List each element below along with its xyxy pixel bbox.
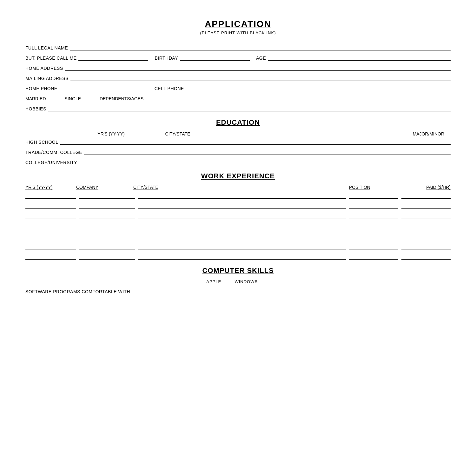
work-row4-company[interactable] <box>79 223 135 229</box>
computer-sub-label: APPLE ____ WINDOWS ____ <box>25 279 451 284</box>
education-title: EDUCATION <box>25 118 451 127</box>
work-row2-yrs[interactable] <box>25 203 76 209</box>
full-legal-name-field[interactable] <box>70 45 451 50</box>
work-row-1 <box>25 193 451 199</box>
work-experience-section: WORK EXPERIENCE YR'S (YY-YY) COMPANY CIT… <box>25 172 451 260</box>
work-row7-company[interactable] <box>79 254 135 260</box>
work-row5-position[interactable] <box>349 234 398 239</box>
married-field[interactable] <box>48 96 62 101</box>
home-phone-label: HOME PHONE <box>25 86 57 91</box>
work-row1-paid[interactable] <box>401 193 451 199</box>
work-row1-yrs[interactable] <box>25 193 76 199</box>
work-row2-position[interactable] <box>349 203 398 209</box>
work-row7-yrs[interactable] <box>25 254 76 260</box>
work-row5-yrs[interactable] <box>25 234 76 239</box>
work-row3-company[interactable] <box>79 213 135 219</box>
university-label: COLLEGE/UNIVERSITY <box>25 160 77 165</box>
work-row4-paid[interactable] <box>401 223 451 229</box>
work-row-2 <box>25 203 451 209</box>
university-row: COLLEGE/UNIVERSITY <box>25 159 451 165</box>
work-row4-yrs[interactable] <box>25 223 76 229</box>
work-row3-position[interactable] <box>349 213 398 219</box>
full-legal-name-label: FULL LEGAL NAME <box>25 45 68 50</box>
work-row4-position[interactable] <box>349 223 398 229</box>
home-address-row: HOME ADDRESS <box>25 65 451 71</box>
page-container: APPLICATION (PLEASE PRINT WITH BLACK INK… <box>25 19 451 294</box>
work-row7-paid[interactable] <box>401 254 451 260</box>
work-row5-company[interactable] <box>79 234 135 239</box>
work-row6-paid[interactable] <box>401 244 451 249</box>
software-row: SOFTWARE PROGRAMS COMFORTABLE WITH <box>25 289 451 294</box>
dependents-field[interactable] <box>145 96 451 101</box>
work-row-5 <box>25 234 451 239</box>
page-subtitle: (PLEASE PRINT WITH BLACK INK) <box>25 30 451 35</box>
work-row1-position[interactable] <box>349 193 398 199</box>
work-row-7 <box>25 254 451 260</box>
work-row2-company[interactable] <box>79 203 135 209</box>
mailing-address-label: MAILING ADDRESS <box>25 76 69 81</box>
home-phone-field[interactable] <box>59 85 148 91</box>
call-me-field[interactable] <box>78 55 148 61</box>
header: APPLICATION (PLEASE PRINT WITH BLACK INK… <box>25 19 451 35</box>
work-row2-city[interactable] <box>138 203 346 209</box>
work-row7-city[interactable] <box>138 254 346 260</box>
high-school-field[interactable] <box>60 139 451 145</box>
married-row: MARRIED SINGLE DEPENDENTS/AGES <box>25 96 451 101</box>
mailing-address-field[interactable] <box>70 75 451 81</box>
work-row2-paid[interactable] <box>401 203 451 209</box>
work-row5-city[interactable] <box>138 234 346 239</box>
work-row1-company[interactable] <box>79 193 135 199</box>
work-experience-title: WORK EXPERIENCE <box>25 172 451 180</box>
work-row7-position[interactable] <box>349 254 398 260</box>
edu-col-major: MAJOR/MINOR <box>413 131 444 136</box>
call-me-row: BUT, PLEASE CALL ME BIRTHDAY AGE <box>25 55 451 61</box>
work-row4-city[interactable] <box>138 223 346 229</box>
work-row6-yrs[interactable] <box>25 244 76 249</box>
work-col-yrs: YR'S (YY-YY) <box>25 185 76 190</box>
work-row6-position[interactable] <box>349 244 398 249</box>
hobbies-label: HOBBIES <box>25 106 46 111</box>
work-col-city: CITY/STATE <box>133 185 349 190</box>
work-row3-paid[interactable] <box>401 213 451 219</box>
trade-college-row: TRADE/COMM. COLLEGE <box>25 149 451 155</box>
university-field[interactable] <box>79 159 451 165</box>
mailing-address-row: MAILING ADDRESS <box>25 75 451 81</box>
work-row-3 <box>25 213 451 219</box>
trade-college-label: TRADE/COMM. COLLEGE <box>25 150 82 155</box>
education-section: EDUCATION YR'S (YY-YY) CITY/STATE MAJOR/… <box>25 118 451 165</box>
cell-phone-field[interactable] <box>186 85 451 91</box>
work-col-position: POSITION <box>349 185 400 190</box>
work-row6-city[interactable] <box>138 244 346 249</box>
age-field[interactable] <box>268 55 451 61</box>
birthday-field[interactable] <box>180 55 250 61</box>
computer-skills-section: COMPUTER SKILLS APPLE ____ WINDOWS ____ … <box>25 267 451 294</box>
home-address-field[interactable] <box>65 65 451 71</box>
single-field[interactable] <box>83 96 97 101</box>
work-col-paid: PAID ($/HR) <box>400 185 451 190</box>
hobbies-row: HOBBIES <box>25 106 451 111</box>
trade-college-field[interactable] <box>84 149 451 155</box>
cell-phone-label: CELL PHONE <box>155 86 184 91</box>
home-address-label: HOME ADDRESS <box>25 66 63 71</box>
personal-info-section: FULL LEGAL NAME BUT, PLEASE CALL ME BIRT… <box>25 45 451 111</box>
edu-col-yrs: YR'S (YY-YY) <box>97 131 124 136</box>
single-label: SINGLE <box>65 96 81 101</box>
high-school-label: HIGH SCHOOL <box>25 140 58 145</box>
age-label: AGE <box>256 56 266 61</box>
work-column-headers: YR'S (YY-YY) COMPANY CITY/STATE POSITION… <box>25 185 451 190</box>
work-row1-city[interactable] <box>138 193 346 199</box>
work-row6-company[interactable] <box>79 244 135 249</box>
work-row3-yrs[interactable] <box>25 213 76 219</box>
computer-skills-title: COMPUTER SKILLS <box>25 267 451 275</box>
call-me-label: BUT, PLEASE CALL ME <box>25 56 76 61</box>
full-legal-name-row: FULL LEGAL NAME <box>25 45 451 50</box>
hobbies-field[interactable] <box>48 106 451 111</box>
birthday-label: BIRTHDAY <box>155 56 178 61</box>
work-row5-paid[interactable] <box>401 234 451 239</box>
education-column-headers: YR'S (YY-YY) CITY/STATE MAJOR/MINOR <box>25 131 451 136</box>
dependents-label: DEPENDENTS/AGES <box>100 96 143 101</box>
work-row3-city[interactable] <box>138 213 346 219</box>
work-col-company: COMPANY <box>76 185 133 190</box>
married-label: MARRIED <box>25 96 46 101</box>
high-school-row: HIGH SCHOOL <box>25 139 451 145</box>
